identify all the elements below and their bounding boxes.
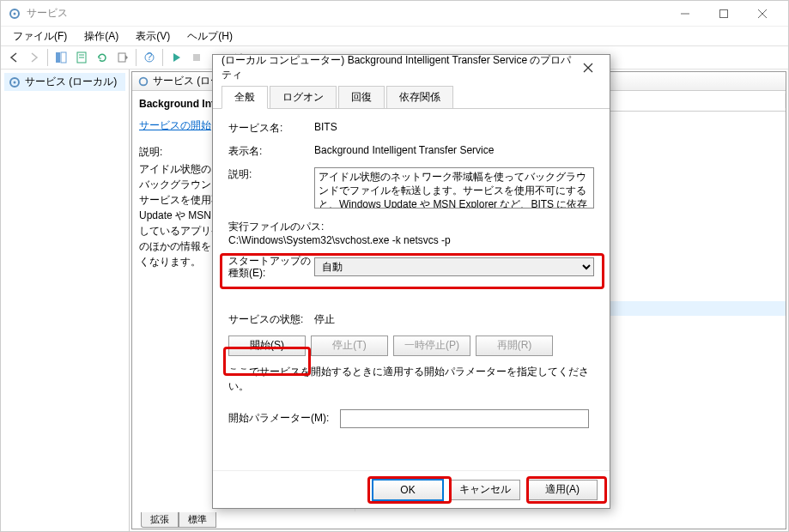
- refresh-icon[interactable]: [93, 48, 112, 67]
- properties-icon[interactable]: [72, 48, 91, 67]
- menu-help[interactable]: ヘルプ(H): [180, 27, 240, 45]
- label-service-status: サービスの状態:: [228, 312, 314, 327]
- maximize-button[interactable]: [704, 2, 743, 26]
- label-service-name: サービス名:: [228, 121, 314, 136]
- start-button[interactable]: 開始(S): [228, 336, 306, 356]
- svg-rect-14: [193, 54, 200, 61]
- titlebar: サービス: [1, 1, 788, 27]
- help-icon[interactable]: ?: [140, 48, 159, 67]
- value-service-name: BITS: [314, 121, 594, 133]
- menu-view[interactable]: 表示(V): [129, 27, 177, 45]
- params-hint: ここでサービスを開始するときに適用する開始パラメーターを指定してください。: [228, 365, 594, 394]
- svg-point-20: [140, 77, 148, 85]
- gear-icon: [8, 76, 21, 89]
- value-display-name: Background Intelligent Transfer Service: [314, 144, 594, 156]
- tab-logon[interactable]: ログオン: [270, 86, 337, 109]
- gear-icon: [137, 76, 149, 88]
- close-button[interactable]: [743, 2, 781, 26]
- svg-rect-6: [56, 52, 60, 63]
- svg-text:?: ?: [147, 51, 153, 63]
- label-display-name: 表示名:: [228, 144, 314, 159]
- stop-button: 停止(T): [311, 336, 388, 356]
- separator: [162, 49, 163, 66]
- separator: [47, 49, 48, 66]
- menubar: ファイル(F) 操作(A) 表示(V) ヘルプ(H): [1, 27, 788, 45]
- startup-type-select[interactable]: 自動: [314, 257, 594, 276]
- svg-rect-7: [61, 52, 66, 63]
- label-exe-path: 実行ファイルのパス:: [228, 220, 594, 234]
- export-icon[interactable]: [113, 48, 132, 67]
- dialog-tabs: 全般 ログオン 回復 依存関係: [213, 81, 610, 109]
- tab-standard[interactable]: 標準: [179, 512, 216, 528]
- label-start-params: 開始パラメーター(M):: [228, 411, 340, 426]
- separator: [136, 49, 137, 66]
- gear-icon: [8, 7, 21, 21]
- description-textarea[interactable]: アイドル状態のネットワーク帯域幅を使ってバックグラウンドでファイルを転送します。…: [314, 167, 594, 209]
- properties-dialog: (ローカル コンピューター) Background Intelligent Tr…: [212, 54, 610, 509]
- dialog-body: サービス名: BITS 表示名: Background Intelligent …: [213, 109, 610, 470]
- svg-rect-3: [719, 9, 727, 17]
- forward-button[interactable]: [25, 48, 44, 67]
- back-button[interactable]: [4, 48, 23, 67]
- apply-button[interactable]: 適用(A): [527, 480, 598, 500]
- svg-point-1: [14, 12, 16, 15]
- cancel-button[interactable]: キャンセル: [450, 480, 520, 500]
- dialog-titlebar: (ローカル コンピューター) Background Intelligent Tr…: [213, 55, 610, 81]
- value-service-status: 停止: [314, 312, 594, 327]
- menu-action[interactable]: 操作(A): [77, 27, 125, 45]
- tab-general[interactable]: 全般: [222, 86, 268, 109]
- detail-view-icon[interactable]: [52, 48, 70, 67]
- tabs-bottom: 拡張 標準: [132, 511, 786, 529]
- svg-rect-11: [118, 53, 125, 62]
- tab-dependencies[interactable]: 依存関係: [386, 86, 453, 109]
- window-title: サービス: [27, 6, 665, 21]
- dialog-close-button[interactable]: [575, 57, 601, 78]
- label-description: 説明:: [228, 167, 314, 182]
- tab-extended[interactable]: 拡張: [141, 512, 179, 528]
- dialog-footer: OK キャンセル 適用(A): [213, 470, 610, 508]
- minimize-button[interactable]: [665, 2, 704, 26]
- play-icon[interactable]: [167, 48, 185, 67]
- nav-label: サービス (ローカル): [25, 75, 117, 89]
- label-startup-type: スタートアップの種類(E):: [228, 255, 314, 280]
- window-controls: [665, 2, 781, 26]
- menu-file[interactable]: ファイル(F): [6, 27, 74, 45]
- dialog-title: (ローカル コンピューター) Background Intelligent Tr…: [222, 53, 575, 82]
- nav-services-local[interactable]: サービス (ローカル): [4, 73, 125, 91]
- stop-icon[interactable]: [187, 48, 206, 67]
- nav-pane: サービス (ローカル): [1, 70, 130, 531]
- svg-point-19: [14, 81, 16, 83]
- tab-recovery[interactable]: 回復: [338, 86, 385, 109]
- resume-button: 再開(R): [476, 336, 553, 356]
- value-exe-path: C:\Windows\System32\svchost.exe -k netsv…: [228, 234, 594, 246]
- pause-button: 一時停止(P): [393, 336, 470, 356]
- ok-button[interactable]: OK: [373, 480, 443, 500]
- start-params-input[interactable]: [340, 409, 589, 428]
